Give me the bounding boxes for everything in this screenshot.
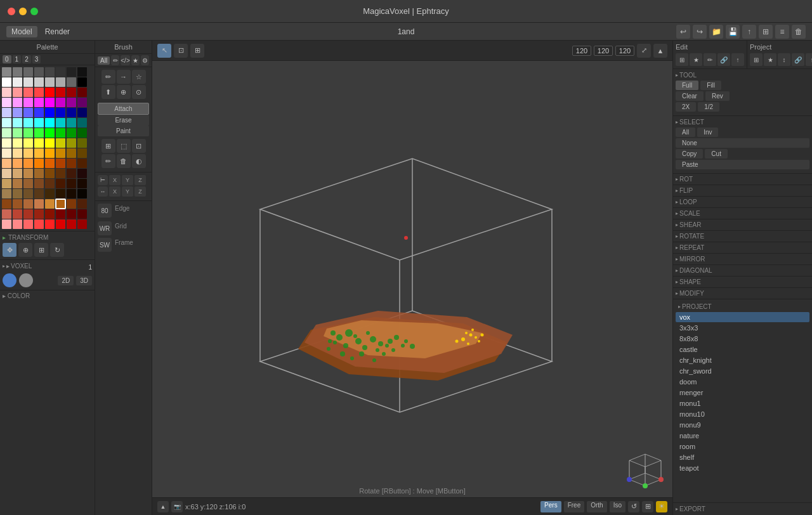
- 3d-view-btn[interactable]: 3D: [76, 276, 92, 285]
- color-cell-68[interactable]: [45, 148, 55, 158]
- color-cell-127[interactable]: [77, 219, 87, 229]
- fullscreen-button[interactable]: [30, 8, 38, 15]
- color-cell-104[interactable]: [2, 199, 11, 209]
- color-cell-27[interactable]: [34, 98, 44, 107]
- open-button[interactable]: 📁: [709, 25, 723, 39]
- color-cell-97[interactable]: [13, 189, 22, 199]
- resize-tool[interactable]: ⊡: [174, 44, 188, 58]
- project-item-castle[interactable]: castle: [676, 344, 809, 355]
- color-cell-123[interactable]: [34, 219, 44, 229]
- proj-icon-1[interactable]: ⊞: [750, 53, 763, 66]
- paste-btn[interactable]: Paste: [676, 160, 809, 169]
- color-cell-117[interactable]: [56, 209, 65, 219]
- proj-icon-2[interactable]: ★: [764, 53, 776, 66]
- color-cell-109[interactable]: [56, 199, 65, 209]
- color-cell-122[interactable]: [23, 219, 33, 229]
- color-cell-124[interactable]: [45, 219, 55, 229]
- color-cell-89[interactable]: [13, 179, 22, 188]
- color-cell-125[interactable]: [56, 219, 65, 229]
- color-cell-46[interactable]: [67, 118, 76, 127]
- color-cell-57[interactable]: [13, 138, 22, 148]
- color-cell-58[interactable]: [23, 138, 33, 148]
- color-cell-69[interactable]: [56, 148, 65, 158]
- brush-code-icon[interactable]: </>: [121, 55, 129, 65]
- modify-section[interactable]: MODIFY: [673, 288, 812, 299]
- color-cell-18[interactable]: [23, 88, 33, 97]
- project-item-vox[interactable]: vox: [676, 312, 809, 322]
- color-cell-83[interactable]: [34, 169, 44, 178]
- color-cell-31[interactable]: [77, 98, 87, 107]
- scale-section[interactable]: SCALE: [673, 208, 812, 219]
- color-cell-39[interactable]: [77, 108, 87, 117]
- sw-btn[interactable]: SW: [98, 238, 112, 252]
- clear-btn[interactable]: Clear: [676, 91, 704, 101]
- brush-settings-icon[interactable]: ⚙: [141, 55, 149, 65]
- edit-icon-2[interactable]: ★: [690, 53, 702, 66]
- color-cell-105[interactable]: [13, 199, 22, 209]
- color-cell-107[interactable]: [34, 199, 44, 209]
- color-cell-35[interactable]: [34, 108, 44, 117]
- color-cell-0[interactable]: [2, 67, 11, 77]
- all-sel-btn[interactable]: All: [676, 127, 695, 137]
- brush-pencil-icon[interactable]: ✏: [111, 55, 119, 65]
- fill-btn[interactable]: Fill: [700, 81, 721, 90]
- color-cell-111[interactable]: [77, 199, 87, 209]
- color-cell-2[interactable]: [23, 67, 33, 77]
- color-cell-40[interactable]: [2, 118, 11, 127]
- spiral-tool[interactable]: ⊙: [132, 85, 146, 99]
- color-cell-42[interactable]: [23, 118, 33, 127]
- color-cell-74[interactable]: [23, 159, 33, 168]
- color-cell-60[interactable]: [45, 138, 55, 148]
- color-cell-102[interactable]: [67, 189, 76, 199]
- color-cell-51[interactable]: [34, 128, 44, 138]
- undo-button[interactable]: ↩: [676, 25, 690, 39]
- iso-btn[interactable]: Iso: [610, 501, 625, 512]
- brush-star-icon[interactable]: ★: [131, 55, 140, 65]
- color-cell-103[interactable]: [77, 189, 87, 199]
- color-cell-50[interactable]: [23, 128, 33, 138]
- color-cell-100[interactable]: [45, 189, 55, 199]
- color-cell-43[interactable]: [34, 118, 44, 127]
- mirror-section[interactable]: MIRROR: [673, 254, 812, 265]
- model-menu[interactable]: Model: [6, 26, 37, 37]
- color-cell-114[interactable]: [23, 209, 33, 219]
- pencil-tool[interactable]: ✏: [102, 70, 115, 84]
- diagonal-section[interactable]: DIAGONAL: [673, 265, 812, 277]
- grid-button[interactable]: ⊞: [759, 25, 773, 39]
- color-cell-9[interactable]: [13, 77, 22, 87]
- color-cell-17[interactable]: [13, 88, 22, 97]
- color-cell-45[interactable]: [56, 118, 65, 127]
- color-cell-101[interactable]: [56, 189, 65, 199]
- center-tool[interactable]: ⊕: [117, 85, 131, 99]
- move-up-tool[interactable]: ⬆: [102, 85, 115, 99]
- color-cell-14[interactable]: [67, 77, 76, 87]
- color-cell-80[interactable]: [2, 169, 11, 178]
- color-cell-16[interactable]: [2, 88, 11, 97]
- local-tool[interactable]: ⊕: [18, 243, 32, 257]
- attach-mode[interactable]: Attach: [98, 103, 149, 115]
- paint-mode[interactable]: Paint: [98, 126, 149, 136]
- color-cell-54[interactable]: [67, 128, 76, 138]
- expand-btn[interactable]: ▲: [653, 44, 667, 58]
- axis-z-2[interactable]: Z: [134, 186, 146, 197]
- color-cell-26[interactable]: [23, 98, 33, 107]
- reset-view-btn[interactable]: ↺: [628, 501, 639, 512]
- color-cell-8[interactable]: [2, 77, 11, 87]
- palette-tab-2[interactable]: 2: [22, 55, 31, 63]
- color-cell-118[interactable]: [67, 209, 76, 219]
- color-cell-98[interactable]: [23, 189, 33, 199]
- color-cell-72[interactable]: [2, 159, 11, 168]
- project-item-teapot[interactable]: teapot: [676, 463, 809, 473]
- color-cell-95[interactable]: [77, 179, 87, 188]
- color-cell-34[interactable]: [23, 108, 33, 117]
- project-item-menger[interactable]: menger: [676, 388, 809, 398]
- select-tool-2[interactable]: ⬚: [117, 139, 131, 153]
- 2x-btn[interactable]: 2X: [676, 102, 696, 112]
- color-cell-48[interactable]: [2, 128, 11, 138]
- color-cell-36[interactable]: [45, 108, 55, 117]
- config-button[interactable]: ≡: [775, 25, 789, 39]
- grid-tool[interactable]: ⊞: [34, 243, 48, 257]
- color-cell-63[interactable]: [77, 138, 87, 148]
- b0-btn[interactable]: 80: [98, 204, 112, 218]
- star-tool[interactable]: ☆: [132, 70, 146, 84]
